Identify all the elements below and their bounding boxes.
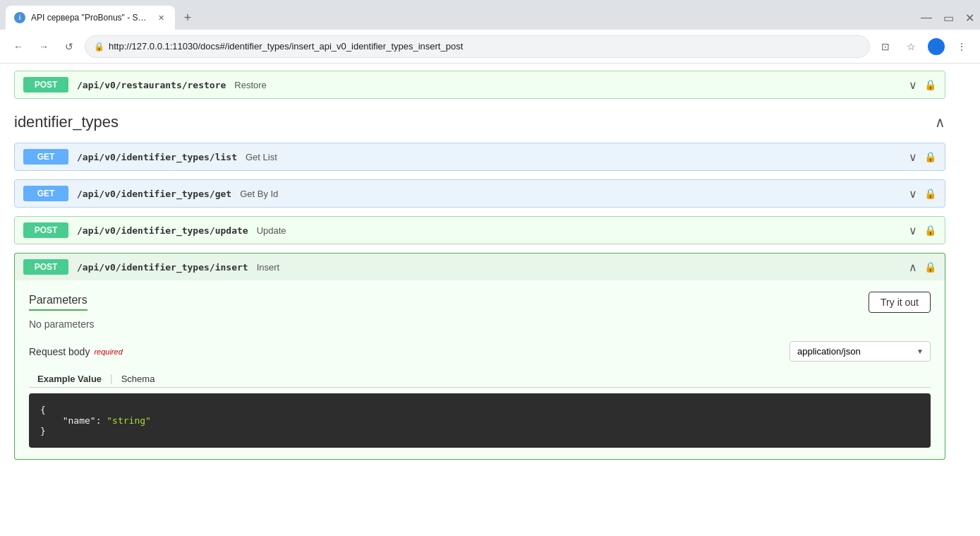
example-tabs: Example Value | Schema — [29, 370, 931, 388]
back-button[interactable]: ← — [8, 37, 28, 56]
section-title: identifier_types — [14, 113, 119, 131]
tab-bar-controls: — ▭ ✕ — [921, 11, 974, 25]
bookmark-button[interactable]: ☆ — [901, 37, 921, 56]
try-it-out-button[interactable]: Try it out — [869, 292, 931, 313]
code-name-key: "name": "string" — [52, 415, 151, 426]
request-body-label: Request body required — [29, 346, 123, 357]
get-list-chevron-down-icon: ∨ — [909, 150, 917, 164]
section-collapse-icon[interactable]: ∧ — [935, 114, 945, 131]
restore-icon[interactable]: ▭ — [943, 11, 954, 25]
address-bar[interactable]: 🔒 http://127.0.0.1:11030/docs#/identifie… — [85, 35, 870, 58]
forward-button[interactable]: → — [34, 37, 54, 56]
get-byid-path: /api/v0/identifier_types/get — [77, 189, 231, 199]
post-update-lock-icon: 🔒 — [924, 225, 936, 236]
browser-window: i API сервера "ProBonus" - Swag ✕ + — ▭ … — [0, 0, 980, 536]
restore-chevron-down-icon: ∨ — [909, 78, 917, 92]
url-text: http://127.0.0.1:11030/docs#/identifier_… — [109, 41, 463, 52]
get-byid-lock-icon: 🔒 — [924, 188, 936, 199]
get-byid-method-badge: GET — [23, 186, 68, 201]
tab-bar: i API сервера "ProBonus" - Swag ✕ + — ▭ … — [0, 0, 980, 30]
get-byid-controls: ∨ 🔒 — [909, 187, 936, 201]
reload-button[interactable]: ↺ — [59, 37, 79, 56]
restore-endpoint-path: /api/v0/restaurants/restore — [77, 80, 226, 90]
tab-favicon: i — [14, 12, 25, 23]
active-tab[interactable]: i API сервера "ProBonus" - Swag ✕ — [6, 6, 175, 30]
post-insert-controls: ∧ 🔒 — [909, 261, 936, 274]
tab-close-button[interactable]: ✕ — [155, 12, 167, 23]
page-content: POST /api/v0/restaurants/restore Restore… — [0, 64, 980, 536]
content-type-select[interactable]: application/json — [790, 341, 931, 362]
get-byid-desc: Get By Id — [240, 189, 278, 199]
post-insert-lock-icon: 🔒 — [924, 261, 936, 273]
get-byid-chevron-down-icon: ∨ — [909, 187, 917, 201]
post-insert-method-badge: POST — [23, 259, 68, 275]
get-list-method-badge: GET — [23, 149, 68, 165]
expanded-panel: Parameters Try it out No parameters Requ… — [14, 280, 945, 460]
profile-button[interactable]: 👤 — [926, 37, 946, 56]
get-list-desc: Get List — [246, 152, 277, 162]
parameters-header-row: Parameters Try it out — [29, 292, 931, 313]
restore-method-badge: POST — [23, 77, 68, 93]
schema-tab[interactable]: Schema — [113, 370, 164, 387]
ssl-lock-icon: 🔒 — [94, 42, 104, 52]
post-insert-chevron-up-icon: ∧ — [909, 261, 917, 274]
post-update-endpoint-row[interactable]: POST /api/v0/identifier_types/update Upd… — [14, 216, 945, 244]
close-icon[interactable]: ✕ — [965, 11, 974, 25]
nav-bar-right: ⊡ ☆ 👤 ⋮ — [876, 37, 972, 56]
post-insert-desc: Insert — [257, 262, 280, 273]
get-list-lock-icon: 🔒 — [924, 151, 936, 162]
get-byid-endpoint-row[interactable]: GET /api/v0/identifier_types/get Get By … — [14, 179, 945, 208]
post-update-desc: Update — [257, 225, 286, 236]
request-body-title: Request body — [29, 346, 90, 357]
minimize-icon[interactable]: — — [921, 11, 932, 24]
get-list-controls: ∨ 🔒 — [909, 150, 936, 164]
no-params-text: No parameters — [29, 318, 931, 330]
restore-endpoint-desc: Restore — [234, 80, 267, 90]
tab-title: API сервера "ProBonus" - Swag — [31, 13, 150, 23]
get-list-path: /api/v0/identifier_types/list — [77, 152, 237, 162]
post-update-path: /api/v0/identifier_types/update — [77, 225, 248, 236]
post-update-controls: ∨ 🔒 — [909, 224, 936, 237]
code-example-block: { "name": "string" } — [29, 393, 931, 448]
example-value-tab[interactable]: Example Value — [29, 370, 110, 387]
request-body-row: Request body required application/json — [29, 341, 931, 362]
cast-button[interactable]: ⊡ — [876, 37, 895, 56]
post-update-chevron-down-icon: ∨ — [909, 224, 917, 237]
more-button[interactable]: ⋮ — [952, 37, 972, 56]
identifier-types-section-header: identifier_types ∧ — [14, 107, 945, 137]
content-type-wrapper: application/json — [790, 341, 931, 362]
get-list-endpoint-row[interactable]: GET /api/v0/identifier_types/list Get Li… — [14, 143, 945, 171]
code-open-brace: { — [40, 405, 46, 415]
new-tab-button[interactable]: + — [178, 8, 198, 28]
post-update-method-badge: POST — [23, 222, 68, 238]
post-insert-endpoint-row[interactable]: POST /api/v0/identifier_types/insert Ins… — [14, 253, 945, 280]
post-insert-path: /api/v0/identifier_types/insert — [77, 262, 248, 273]
swagger-container: POST /api/v0/restaurants/restore Restore… — [0, 64, 960, 482]
restore-endpoint-row[interactable]: POST /api/v0/restaurants/restore Restore… — [14, 71, 945, 99]
restore-endpoint-controls: ∨ 🔒 — [909, 78, 936, 92]
required-badge: required — [94, 347, 122, 356]
parameters-label: Parameters — [29, 294, 87, 311]
code-close-brace: } — [40, 426, 46, 436]
nav-bar: ← → ↺ 🔒 http://127.0.0.1:11030/docs#/ide… — [0, 30, 980, 64]
restore-lock-icon: 🔒 — [924, 79, 936, 90]
